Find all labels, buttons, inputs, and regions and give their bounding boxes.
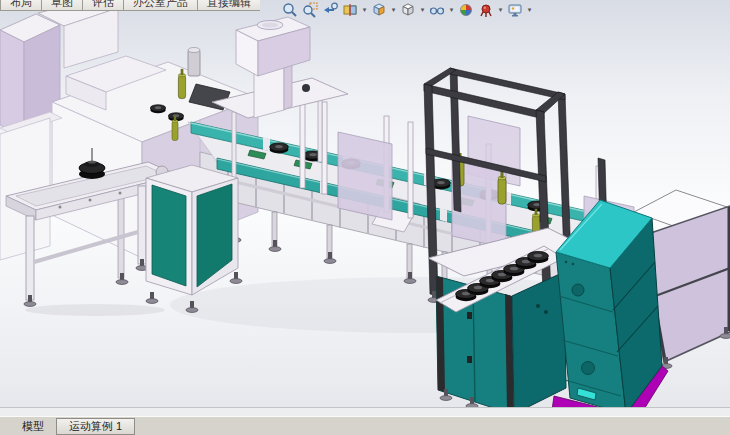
hide-show-items-icon[interactable] bbox=[428, 1, 446, 19]
view-settings-icon[interactable] bbox=[506, 1, 524, 19]
chevron-down-icon[interactable]: ▾ bbox=[526, 1, 533, 19]
command-tab[interactable]: 办公室产品 bbox=[123, 0, 198, 11]
chevron-down-icon[interactable]: ▾ bbox=[419, 1, 426, 19]
apply-scene-icon[interactable] bbox=[477, 1, 495, 19]
zoom-to-area-icon[interactable] bbox=[301, 1, 319, 19]
previous-view-icon[interactable] bbox=[321, 1, 339, 19]
command-tab-bar: 布局 草图 评估 办公室产品 直接编辑 bbox=[0, 0, 260, 11]
view-orientation-icon[interactable] bbox=[370, 1, 388, 19]
zoom-to-fit-icon[interactable] bbox=[281, 1, 299, 19]
command-tab[interactable]: 直接编辑 bbox=[197, 0, 260, 11]
chevron-down-icon[interactable]: ▾ bbox=[390, 1, 397, 19]
chevron-down-icon[interactable]: ▾ bbox=[361, 1, 368, 19]
edit-appearance-icon[interactable] bbox=[457, 1, 475, 19]
motor-cylinder bbox=[188, 48, 200, 77]
cad-viewport[interactable] bbox=[0, 0, 730, 435]
model-tab[interactable]: 模型 bbox=[14, 417, 52, 435]
headsup-toolbar: ▾ ▾ ▾ ▾ ▾ ▾ bbox=[281, 0, 533, 20]
command-tab[interactable]: 布局 bbox=[0, 0, 42, 11]
display-style-icon[interactable] bbox=[399, 1, 417, 19]
study-tab-bar: 模型 运动算例 1 bbox=[0, 416, 730, 435]
motion-study-tab[interactable]: 运动算例 1 bbox=[56, 418, 135, 435]
app-window: 布局 草图 评估 办公室产品 直接编辑 ▾ ▾ ▾ ▾ bbox=[0, 0, 730, 435]
section-view-icon[interactable] bbox=[341, 1, 359, 19]
command-tab[interactable]: 草图 bbox=[41, 0, 83, 11]
chevron-down-icon[interactable]: ▾ bbox=[448, 1, 455, 19]
chevron-down-icon[interactable]: ▾ bbox=[497, 1, 504, 19]
tab-bar-spacer bbox=[0, 417, 14, 435]
command-tab[interactable]: 评估 bbox=[82, 0, 124, 11]
